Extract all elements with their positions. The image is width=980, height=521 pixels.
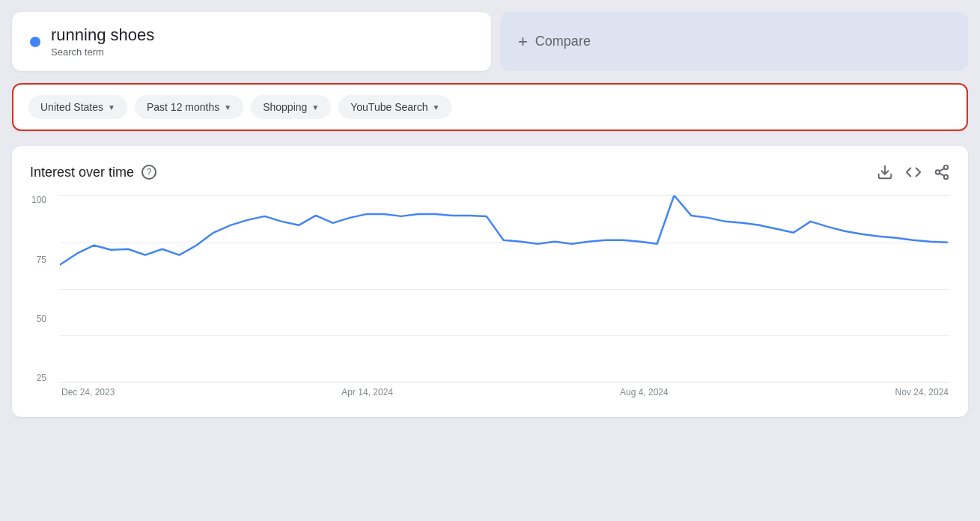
chart-section: Interest over time ? — [12, 146, 968, 417]
filters-section: United States ▼ Past 12 months ▼ Shoppin… — [0, 77, 980, 137]
region-filter[interactable]: United States ▼ — [28, 95, 127, 119]
category-filter[interactable]: Shopping ▼ — [251, 95, 331, 119]
share-icon — [934, 164, 950, 180]
category-label: Shopping — [263, 101, 307, 113]
chart-title-group: Interest over time ? — [30, 165, 156, 180]
chart-actions — [877, 164, 950, 180]
y-label-50: 50 — [37, 314, 46, 323]
download-icon — [877, 164, 893, 180]
x-label-apr: Apr 14, 2024 — [341, 387, 393, 397]
filters-bar: United States ▼ Past 12 months ▼ Shoppin… — [12, 83, 968, 131]
period-label: Past 12 months — [147, 101, 219, 113]
period-filter[interactable]: Past 12 months ▼ — [135, 95, 243, 119]
term-dot — [30, 37, 40, 47]
y-label-75: 75 — [37, 255, 46, 264]
embed-button[interactable] — [905, 164, 922, 180]
help-icon[interactable]: ? — [141, 165, 156, 180]
y-label-100: 100 — [31, 195, 46, 204]
category-chevron: ▼ — [311, 103, 319, 112]
svg-line-4 — [940, 174, 944, 177]
search-term-subtitle: Search term — [51, 46, 154, 58]
top-section: running shoes Search term + Compare — [0, 0, 980, 77]
embed-icon — [905, 164, 922, 180]
svg-line-5 — [940, 168, 944, 171]
y-label-25: 25 — [37, 374, 46, 383]
chart-header: Interest over time ? — [30, 164, 950, 180]
period-chevron: ▼ — [224, 103, 231, 112]
x-axis-labels: Dec 24, 2023 Apr 14, 2024 Aug 4, 2024 No… — [60, 387, 950, 397]
chart-grid — [60, 195, 950, 383]
share-button[interactable] — [934, 164, 950, 180]
region-chevron: ▼ — [108, 103, 115, 112]
x-label-dec: Dec 24, 2023 — [61, 387, 115, 397]
compare-plus-icon: + — [518, 32, 528, 52]
source-chevron: ▼ — [433, 103, 440, 112]
help-label: ? — [147, 167, 152, 177]
source-label: YouTube Search — [350, 101, 427, 113]
chart-area: 100 75 50 25 Dec 24, 2023 Apr 14, 2024 A… — [60, 195, 950, 405]
compare-label: Compare — [535, 34, 591, 49]
x-label-nov: Nov 24, 2024 — [895, 387, 949, 397]
line-chart-svg — [60, 195, 950, 382]
search-term-card: running shoes Search term — [12, 12, 491, 71]
x-label-aug: Aug 4, 2024 — [620, 387, 669, 397]
search-term-title: running shoes — [51, 25, 154, 45]
compare-card[interactable]: + Compare — [500, 12, 968, 71]
source-filter[interactable]: YouTube Search ▼ — [338, 95, 451, 119]
chart-title: Interest over time — [30, 165, 134, 180]
y-axis-labels: 100 75 50 25 — [31, 195, 46, 383]
download-button[interactable] — [877, 164, 893, 180]
search-term-text: running shoes Search term — [51, 25, 154, 58]
region-label: United States — [40, 101, 103, 113]
